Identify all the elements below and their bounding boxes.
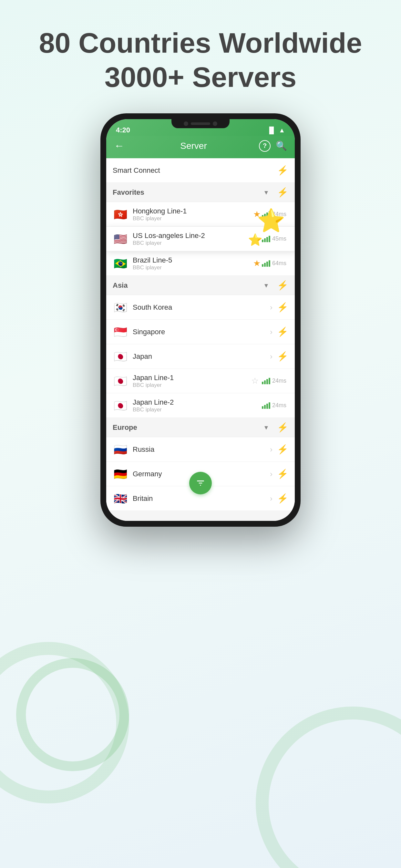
japan-line1-group: Japan Line-1 BBC iplayer (133, 374, 251, 389)
signal-bar (264, 238, 266, 242)
japan-line1-sub: BBC iplayer (133, 382, 251, 389)
signal-bar (266, 213, 268, 218)
us-la-item[interactable]: 🇺🇸 US Los-angeles Line-2 BBC iplayer 45m… (106, 227, 295, 251)
flag-sg: 🇸🇬 (113, 326, 128, 338)
smart-connect-item[interactable]: Smart Connect ⚡ (106, 158, 295, 183)
flag-us: 🇺🇸 (113, 232, 128, 245)
item-name-group-us: US Los-angeles Line-2 BBC iplayer (133, 231, 262, 246)
flag-gb: 🇬🇧 (113, 492, 128, 505)
japan-bolt: ⚡ (277, 351, 288, 362)
app-header: ← Server ? 🔍 (106, 136, 295, 158)
favorites-icons: ▾ ⚡ (265, 187, 288, 197)
signal-bars-us (262, 236, 270, 242)
wifi-icon: ▲ (279, 127, 285, 134)
south-korea-chevron: › (270, 303, 273, 312)
europe-bolt: ⚡ (277, 422, 288, 433)
flag-ru: 🇷🇺 (113, 443, 128, 456)
asia-bolt: ⚡ (277, 280, 288, 290)
asia-label: Asia (113, 281, 265, 290)
signal-bar (269, 211, 270, 218)
japan-line2-name: Japan Line-2 (133, 398, 262, 407)
brazil-item-sub: BBC iplayer (133, 265, 253, 271)
star-outline-icon[interactable]: ☆ (251, 376, 258, 386)
flag-jp3: 🇯🇵 (113, 399, 128, 412)
signal-bar (266, 261, 268, 267)
europe-section[interactable]: Europe ▾ ⚡ (106, 418, 295, 437)
camera-dot-2 (213, 121, 217, 126)
favorites-label: Favorites (113, 188, 265, 197)
britain-bolt: ⚡ (277, 493, 288, 504)
favorites-dropdown[interactable]: ▾ (265, 188, 268, 197)
signal-bar (269, 260, 270, 267)
japan-chevron: › (270, 352, 273, 361)
japan-label: Japan (133, 352, 270, 361)
signal-icon: ▐▌ (267, 127, 276, 134)
star-filled-icon-br[interactable]: ★ (253, 258, 260, 268)
japan-line1-name: Japan Line-1 (133, 374, 251, 382)
south-korea-bolt: ⚡ (277, 302, 288, 313)
signal-bar (262, 382, 264, 384)
star-filled-icon[interactable]: ★ (253, 209, 260, 219)
signal-bar (264, 214, 266, 218)
signal-bar (266, 237, 268, 242)
singapore-item[interactable]: 🇸🇬 Singapore › ⚡ (106, 320, 295, 344)
brazil-item[interactable]: 🇧🇷 Brazil Line-5 BBC iplayer ★ 64ms (106, 251, 295, 276)
japan-line2-ping: 24ms (272, 402, 286, 409)
europe-dropdown[interactable]: ▾ (265, 423, 268, 432)
russia-item[interactable]: 🇷🇺 Russia › ⚡ (106, 437, 295, 462)
flag-jp2: 🇯🇵 (113, 375, 128, 388)
search-button[interactable]: 🔍 (276, 141, 287, 151)
signal-bar (262, 406, 264, 409)
headline: 80 Countries Worldwide 3000+ Servers (39, 26, 362, 94)
japan-line1-ping: 24ms (272, 377, 286, 384)
britain-label: Britain (133, 494, 270, 503)
asia-section[interactable]: Asia ▾ ⚡ (106, 276, 295, 295)
europe-label: Europe (113, 423, 265, 432)
germany-bolt: ⚡ (277, 469, 288, 479)
signal-bar (266, 379, 268, 384)
smart-connect-bolt: ⚡ (277, 165, 288, 176)
phone-shell: 4:20 ▐▌ ▲ ← Server ? 🔍 Smart Conne (100, 113, 301, 527)
japan-item[interactable]: 🇯🇵 Japan › ⚡ (106, 344, 295, 369)
japan-line1-item[interactable]: 🇯🇵 Japan Line-1 BBC iplayer ☆ 24ms (106, 369, 295, 393)
japan-line2-item[interactable]: 🇯🇵 Japan Line-2 BBC iplayer 24ms (106, 393, 295, 418)
signal-bars-br (262, 260, 270, 267)
favorites-bolt: ⚡ (277, 187, 288, 197)
status-icons: ▐▌ ▲ (267, 127, 285, 134)
singapore-bolt: ⚡ (277, 327, 288, 337)
back-button[interactable]: ← (114, 140, 128, 152)
signal-bar (264, 380, 266, 384)
phone-speaker (191, 122, 210, 125)
japan-line2-group: Japan Line-2 BBC iplayer (133, 398, 262, 413)
headline-text: 80 Countries Worldwide 3000+ Servers (39, 26, 362, 94)
list-item[interactable]: 🇭🇰 Hongkong Line-1 BBC iplayer ★ 24ms (106, 202, 295, 227)
japan-line2-sub: BBC iplayer (133, 407, 262, 413)
brazil-ping: 64ms (272, 260, 286, 267)
signal-bars-jp2 (262, 402, 270, 409)
signal-bar (266, 404, 268, 409)
camera-dot (184, 121, 188, 126)
brazil-name-group: Brazil Line-5 BBC iplayer (133, 256, 253, 271)
asia-dropdown[interactable]: ▾ (265, 281, 268, 290)
item-sub: BBC iplayer (133, 215, 253, 222)
item-name: Hongkong Line-1 (133, 207, 253, 215)
flag-br: 🇧🇷 (113, 257, 128, 270)
header-title: Server (180, 141, 207, 151)
brazil-item-name: Brazil Line-5 (133, 256, 253, 265)
south-korea-label: South Korea (133, 303, 270, 312)
signal-bar (262, 240, 264, 242)
help-button[interactable]: ? (259, 140, 271, 152)
singapore-label: Singapore (133, 328, 270, 336)
signal-bars-jp1 (262, 378, 270, 384)
signal-bar (262, 264, 264, 267)
phone-notch (172, 119, 229, 128)
favorites-section[interactable]: Favorites ▾ ⚡ (106, 183, 295, 202)
signal-bar (269, 378, 270, 384)
south-korea-item[interactable]: 🇰🇷 South Korea › ⚡ (106, 295, 295, 320)
germany-chevron: › (270, 469, 273, 478)
flag-de: 🇩🇪 (113, 468, 128, 480)
signal-bars (262, 211, 270, 218)
flag-kr: 🇰🇷 (113, 301, 128, 314)
fab-scroll-top[interactable] (189, 472, 212, 494)
server-list[interactable]: Smart Connect ⚡ Favorites ▾ ⚡ 🇭🇰 Hongkon… (106, 158, 295, 521)
